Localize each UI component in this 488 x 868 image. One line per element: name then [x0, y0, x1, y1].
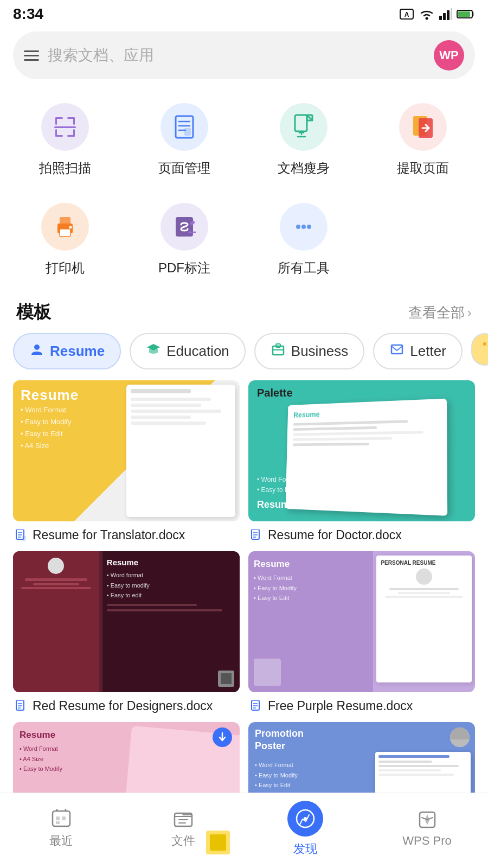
see-all-button[interactable]: 查看全部 ›: [408, 303, 472, 322]
resume-tab-label: Resume: [50, 343, 105, 360]
svg-point-32: [69, 226, 72, 229]
template-name-text-4: Free Purple Resume.docx: [268, 699, 413, 713]
nav-files-label: 文件: [171, 833, 195, 849]
business-tab-icon: [271, 342, 286, 361]
tab-education[interactable]: Education: [130, 333, 246, 369]
status-icons: A: [399, 8, 475, 20]
scan-icon-bg: [41, 103, 89, 151]
tab-resume[interactable]: Resume: [13, 333, 121, 369]
svg-rect-49: [252, 529, 259, 539]
svg-point-43: [483, 342, 486, 346]
template-item-3[interactable]: Resume • Word format• Easy to modify• Ea…: [13, 551, 240, 713]
wpspro-icon: [416, 810, 438, 829]
pdf-annotate-label: PDF标注: [158, 259, 210, 277]
svg-rect-3: [439, 16, 442, 20]
extract-icon: [409, 113, 437, 141]
svg-rect-6: [451, 8, 452, 20]
svg-rect-23: [295, 115, 307, 131]
svg-rect-10: [55, 117, 57, 125]
templates-title: 模板: [16, 301, 51, 324]
recent-icon: [50, 809, 72, 828]
signal-icon: [439, 8, 452, 20]
svg-point-77: [304, 817, 307, 820]
printer-icon-bg: [41, 203, 89, 251]
nav-wpspro[interactable]: WPS Pro: [366, 810, 488, 848]
template-name-text-2: Resume for Doctor.docx: [268, 528, 402, 542]
tool-page-manage[interactable]: 页面管理: [125, 90, 244, 190]
menu-button[interactable]: [24, 50, 39, 61]
page-manage-label: 页面管理: [158, 159, 210, 177]
template-item-4[interactable]: Resume • Word Format• Easy to Modify• Ea…: [248, 551, 475, 713]
files-icon: [172, 809, 194, 828]
svg-rect-17: [54, 126, 76, 128]
wifi-icon: [419, 8, 435, 20]
see-all-label: 查看全部: [408, 303, 465, 322]
nav-discover-label: 发现: [293, 841, 317, 857]
printer-label: 打印机: [46, 259, 85, 277]
all-tools-icon: [290, 213, 318, 241]
svg-rect-44: [478, 346, 488, 355]
extract-icon-bg: [399, 103, 447, 151]
sim-icon: A: [399, 8, 414, 20]
nav-recent[interactable]: 最近: [0, 809, 122, 849]
category-tabs: Resume Education Business Letter: [0, 333, 488, 380]
template-item-1[interactable]: Resume • Word Format• Easy to Modify• Ea…: [13, 380, 240, 542]
status-time: 8:34: [13, 5, 43, 23]
svg-rect-5: [447, 10, 450, 20]
chevron-right-icon: ›: [467, 304, 472, 321]
nav-wpspro-label: WPS Pro: [402, 834, 451, 848]
template-thumb-2: Palette Resume Resume • Word Format• Eas…: [248, 380, 475, 521]
printer-icon: [51, 213, 79, 241]
scan-icon: [51, 113, 79, 141]
svg-point-38: [34, 344, 40, 350]
tab-more[interactable]: [471, 333, 488, 366]
svg-rect-12: [73, 117, 75, 125]
extract-label: 提取页面: [397, 159, 449, 177]
doc-slim-label: 文档瘦身: [278, 159, 330, 177]
doc-icon-4: [251, 700, 262, 712]
tab-business[interactable]: Business: [254, 333, 365, 369]
tool-doc-slim[interactable]: 文档瘦身: [244, 90, 363, 190]
template-thumb-4: Resume • Word Format• Easy to Modify• Ea…: [248, 551, 475, 692]
resume-tab-icon: [29, 342, 44, 361]
doc-slim-icon: [290, 113, 318, 141]
svg-rect-8: [458, 11, 470, 17]
tool-scan[interactable]: 拍照扫描: [5, 90, 125, 190]
bottom-nav: 最近 文件 发现 WPS Pro: [0, 793, 488, 868]
education-tab-label: Education: [166, 343, 229, 360]
template-name-2: Resume for Doctor.docx: [248, 528, 475, 542]
nav-recent-label: 最近: [49, 833, 73, 849]
template-name-4: Free Purple Resume.docx: [248, 699, 475, 713]
template-name-3: Red Resume for Designers.docx: [13, 699, 240, 713]
template-item-2[interactable]: Palette Resume Resume • Word Format• Eas…: [248, 380, 475, 542]
letter-tab-icon: [389, 342, 404, 361]
avatar[interactable]: WP: [434, 40, 464, 71]
all-tools-icon-bg: [280, 203, 328, 251]
business-tab-label: Business: [291, 343, 349, 360]
tool-printer[interactable]: 打印机: [5, 190, 125, 290]
nav-discover[interactable]: 发现: [244, 801, 366, 857]
doc-slim-icon-bg: [280, 103, 328, 151]
pdf-annotate-icon-bg: [160, 203, 208, 251]
svg-point-35: [296, 225, 300, 229]
tools-grid: 拍照扫描 页面管理 文档瘦身: [0, 90, 488, 290]
tool-all-tools[interactable]: 所有工具: [244, 190, 363, 290]
template-thumb-1: Resume • Word Format• Easy to Modify• Ea…: [13, 380, 240, 521]
tool-extract-page[interactable]: 提取页面: [363, 90, 483, 190]
tab-letter[interactable]: Letter: [373, 333, 463, 369]
svg-point-36: [301, 225, 306, 229]
template-name-text-1: Resume for Translator.docx: [33, 528, 185, 542]
scan-label: 拍照扫描: [39, 159, 91, 177]
svg-rect-22: [184, 128, 191, 136]
search-bar[interactable]: 搜索文档、应用 WP: [13, 31, 475, 79]
tool-pdf-annotate[interactable]: PDF标注: [125, 190, 244, 290]
doc-icon-2: [251, 529, 262, 541]
search-placeholder: 搜索文档、应用: [48, 45, 425, 66]
education-tab-icon: [146, 342, 161, 361]
doc-icon-3: [15, 700, 27, 712]
svg-rect-57: [252, 700, 259, 710]
svg-rect-31: [60, 229, 70, 237]
template-thumb-3: Resume • Word format• Easy to modify• Ea…: [13, 551, 240, 692]
letter-tab-label: Letter: [410, 343, 446, 360]
page-manage-icon: [170, 113, 198, 141]
